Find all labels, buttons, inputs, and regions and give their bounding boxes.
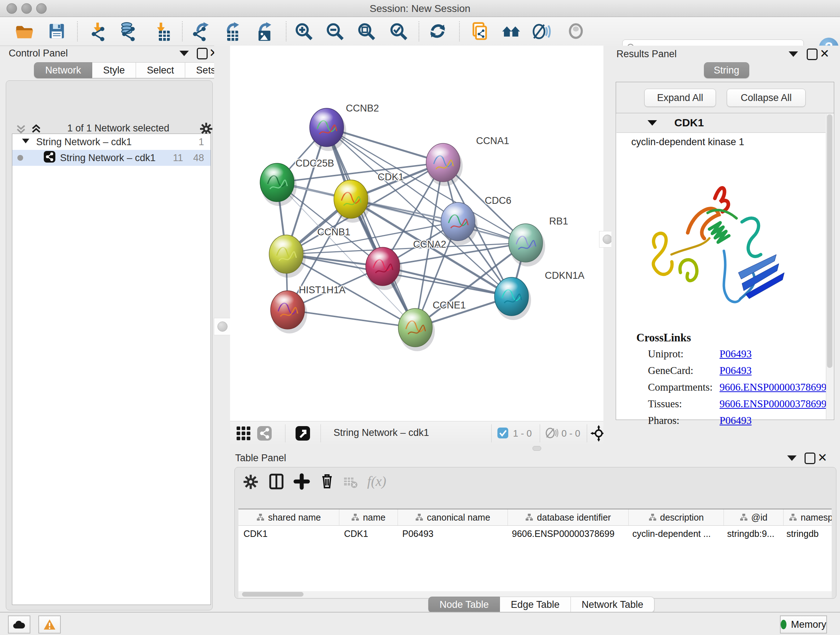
tab-style[interactable]: Style [92, 62, 136, 78]
results-panel-close-icon[interactable]: ✕ [820, 49, 829, 58]
tab-node-table[interactable]: Node Table [428, 597, 500, 613]
column-header-shared-name[interactable]: shared name [238, 509, 339, 525]
results-buttons-bar: Expand All Collapse All [616, 82, 834, 114]
network-row[interactable]: String Network – cdk1 11 48 [12, 150, 210, 166]
column-header-database-identifier[interactable]: database identifier [508, 509, 629, 525]
table-panel-float-icon[interactable] [805, 453, 815, 464]
network-collection-row[interactable]: String Network – cdk1 1 [12, 134, 210, 150]
table-hscrollbar-thumb[interactable] [242, 592, 303, 597]
node-CCNA2[interactable] [366, 247, 402, 290]
node-CDK1[interactable] [334, 180, 370, 223]
left-panel-divider [214, 46, 230, 612]
memory-button[interactable]: Memory [780, 616, 827, 633]
protein-section-header[interactable]: CDK1 [616, 114, 826, 133]
zoom-out-icon[interactable] [325, 21, 345, 42]
crosslink-label: Uniprot: [648, 348, 684, 360]
node-CDC25B[interactable] [260, 163, 297, 206]
cell-@id: stringdb:9... [722, 526, 782, 542]
zoom-selected-icon[interactable] [388, 21, 409, 42]
node-label-CCNB1: CCNB1 [317, 226, 351, 238]
tab-edge-table[interactable]: Edge Table [500, 597, 571, 613]
crosslink-link[interactable]: P06493 [720, 364, 752, 377]
string-view-icon[interactable] [257, 426, 272, 442]
tab-network[interactable]: Network [34, 62, 92, 78]
collection-expand-icon[interactable] [21, 136, 30, 148]
refresh-view-icon[interactable] [428, 21, 448, 42]
left-divider-handle[interactable] [214, 318, 231, 335]
section-collapse-icon[interactable] [647, 120, 657, 126]
column-header-namespac[interactable]: namespac [783, 509, 832, 525]
open-session-icon[interactable] [14, 21, 35, 42]
node-CDC6[interactable] [441, 203, 477, 245]
zoom-in-icon[interactable] [294, 21, 314, 42]
column-header-@id[interactable]: @id [724, 509, 783, 525]
node-CCNE1[interactable] [398, 309, 435, 351]
node-label-CCNA2: CCNA2 [413, 239, 447, 250]
node-label-CCNB2: CCNB2 [346, 103, 379, 114]
node-table: shared namenamecanonical namedatabase id… [238, 509, 832, 591]
column-header-description[interactable]: description [629, 509, 724, 525]
table-row[interactable]: CDK1CDK1P064939606.ENSP00000378699cyclin… [238, 526, 832, 542]
results-panel-float-icon[interactable] [807, 49, 818, 60]
results-scrollbar-thumb[interactable] [827, 114, 832, 368]
control-panel-collapse-icon[interactable] [180, 51, 189, 56]
crosslink-label: GeneCard: [648, 364, 693, 377]
save-session-icon[interactable] [47, 21, 67, 42]
hidden-eye-icon[interactable] [545, 427, 559, 440]
duplicate-network-icon[interactable] [469, 21, 489, 42]
import-table-icon[interactable] [151, 21, 172, 42]
import-network-database-icon[interactable] [118, 21, 139, 42]
table-gear-icon[interactable] [243, 474, 259, 491]
network-status-dot-icon [17, 155, 23, 161]
tab-network-table[interactable]: Network Table [571, 597, 655, 613]
node-label-HIST1H1A: HIST1H1A [299, 285, 346, 295]
table-panel-close-icon[interactable]: ✕ [818, 453, 827, 462]
delete-column-trash-icon[interactable] [319, 472, 335, 491]
function-builder-icon[interactable]: f(x) [367, 473, 386, 489]
memory-label: Memory [791, 619, 826, 630]
table-panel-collapse-icon[interactable] [787, 455, 797, 461]
network-view-canvas[interactable]: CCNB2 CCNA1 CDC25B CDK1 CDC6 RB1 CCNB1 C… [230, 46, 603, 421]
window-titlebar: Session: New Session [0, 0, 840, 17]
node-CDKN1A[interactable] [494, 277, 531, 320]
current-network-name: String Network – cdk1 [333, 427, 429, 439]
column-header-name[interactable]: name [339, 509, 398, 525]
import-network-file-icon[interactable] [88, 21, 108, 42]
cloud-status-button[interactable] [8, 616, 30, 633]
toolbar-separator [77, 21, 78, 41]
node-label-CDC25B: CDC25B [295, 158, 334, 169]
export-table-icon[interactable] [219, 21, 240, 42]
zoom-fit-icon[interactable] [356, 21, 377, 42]
tab-select[interactable]: Select [136, 62, 185, 78]
hide-selected-icon[interactable] [531, 21, 552, 42]
create-column-plus-icon[interactable] [294, 473, 310, 491]
crosslink-link[interactable]: 9606.ENSP00000378699 [720, 398, 827, 410]
control-panel-float-icon[interactable] [197, 48, 208, 59]
node-RB1[interactable] [508, 224, 545, 266]
grid-view-icon[interactable] [236, 426, 251, 442]
show-all-icon[interactable] [566, 21, 586, 42]
crosslink-link[interactable]: P06493 [720, 415, 752, 426]
node-CCNB2[interactable] [309, 108, 346, 151]
delete-table-icon[interactable] [343, 475, 358, 491]
export-network-icon[interactable] [189, 21, 210, 42]
main-toolbar: ? [0, 17, 840, 46]
column-header-canonical-name[interactable]: canonical name [398, 509, 508, 525]
crosslink-label: Pharos: [648, 415, 679, 426]
node-HIST1H1A[interactable] [271, 291, 307, 333]
selected-checkbox-icon[interactable] [497, 427, 508, 440]
first-neighbors-icon[interactable] [501, 21, 522, 42]
warning-button[interactable] [38, 616, 61, 633]
crosslink-link[interactable]: P06493 [720, 348, 752, 360]
crosslink-link[interactable]: 9606.ENSP00000378699 [720, 381, 827, 393]
control-panel: Control Panel ✕ NetworkStyleSelectSets 1… [4, 46, 214, 610]
export-image-icon[interactable] [252, 21, 272, 42]
expand-all-button[interactable]: Expand All [644, 89, 716, 107]
node-CCNA1[interactable] [426, 143, 463, 186]
tab-string[interactable]: String [704, 62, 749, 78]
results-panel-collapse-icon[interactable] [789, 51, 798, 57]
collapse-all-button[interactable]: Collapse All [727, 89, 806, 107]
node-label-CDK1: CDK1 [378, 172, 404, 182]
show-columns-icon[interactable] [268, 473, 285, 491]
birdseye-view-icon[interactable] [295, 426, 310, 442]
